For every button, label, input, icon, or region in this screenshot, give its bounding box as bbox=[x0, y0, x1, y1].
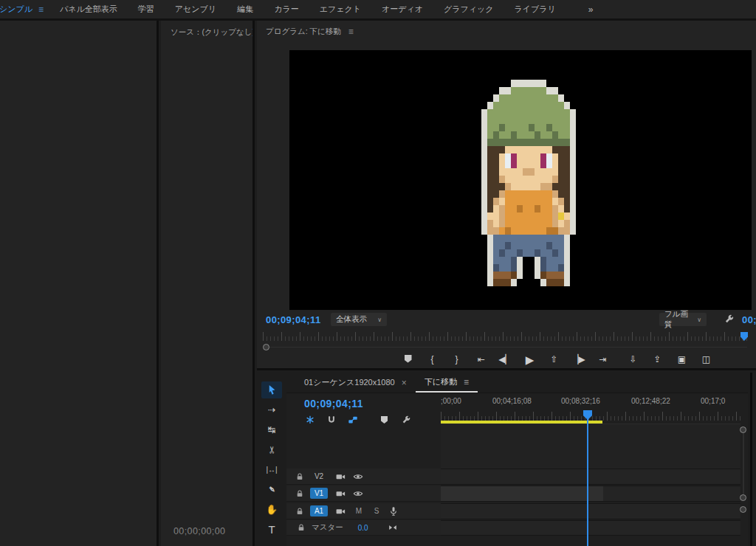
go-to-out-button[interactable]: ⇥ bbox=[596, 355, 610, 364]
workspace-menu-icon[interactable]: ≡ bbox=[37, 4, 49, 15]
master-track-label: マスター bbox=[312, 522, 343, 533]
program-settings-wrench-icon[interactable] bbox=[724, 314, 735, 325]
timeline-tools-column: ⇢ ↹ ✂ |↔| ✒ ✋ T bbox=[257, 373, 286, 546]
extract-button[interactable]: ⇩ bbox=[626, 355, 640, 364]
solo-button[interactable]: S bbox=[372, 507, 381, 515]
hand-tool[interactable]: ✋ bbox=[261, 501, 282, 518]
sequence-tab-active[interactable]: 下に移動 ≡ bbox=[416, 373, 478, 393]
track-content-a1[interactable] bbox=[441, 503, 740, 519]
lock-icon[interactable] bbox=[297, 523, 306, 532]
workspace-overflow-icon[interactable]: » bbox=[566, 4, 601, 15]
source-monitor-panel: ソース：(クリップなし) 00;00;00;00 bbox=[161, 21, 255, 546]
lock-icon[interactable] bbox=[295, 489, 304, 498]
program-controls-bar: 00;09;04;11 全体表示 ∨ フル画質 ∨ 00;1 bbox=[257, 310, 756, 331]
mic-icon[interactable] bbox=[388, 506, 399, 516]
timeline-ruler-labels: ;00;00 00;04;16;08 00;08;32;16 00;12;48;… bbox=[441, 397, 740, 407]
close-icon[interactable]: × bbox=[402, 378, 407, 388]
workspace-tab-assembly[interactable]: アセンブリ bbox=[165, 4, 227, 15]
workspace-bar: シンプル ≡ パネル全部表示 学習 アセンブリ 編集 カラー エフェクト オーデ… bbox=[0, 0, 756, 21]
workspace-tab-all-panels[interactable]: パネル全部表示 bbox=[49, 4, 128, 15]
play-button[interactable]: ▶ bbox=[523, 354, 537, 365]
go-to-in-button[interactable]: ⇤ bbox=[474, 355, 488, 364]
zoom-handle-left[interactable] bbox=[263, 344, 269, 350]
sync-lock-icon[interactable] bbox=[335, 471, 346, 482]
selection-tool[interactable] bbox=[261, 381, 282, 398]
source-panel-title: ソース：(クリップなし) bbox=[161, 21, 252, 38]
step-forward-button[interactable]: ▕▶ bbox=[571, 355, 585, 364]
pixel-character bbox=[475, 80, 582, 286]
chevron-down-icon: ∨ bbox=[697, 317, 701, 323]
timeline-panel: ⇢ ↹ ✂ |↔| ✒ ✋ T 01シーケンス1920x1080 × 下に移動 … bbox=[257, 373, 748, 546]
track-target-badge-v1[interactable]: V1 bbox=[310, 488, 328, 499]
pen-tool[interactable]: ✒ bbox=[261, 481, 282, 498]
lift-button[interactable]: ⇧ bbox=[547, 355, 561, 364]
workspace-tab-libraries[interactable]: ライブラリ bbox=[504, 4, 566, 15]
track-content-v2[interactable] bbox=[441, 469, 740, 485]
export-frame-button[interactable]: ▣ bbox=[675, 355, 689, 364]
compare-view-button[interactable]: ◫ bbox=[699, 355, 713, 364]
export-button[interactable]: ⇪ bbox=[650, 355, 664, 364]
track-header-v2: V2 bbox=[286, 469, 441, 485]
eye-icon[interactable] bbox=[353, 471, 363, 482]
workspace-tab-effects[interactable]: エフェクト bbox=[309, 4, 371, 15]
playback-quality-select[interactable]: フル画質 ∨ bbox=[659, 313, 707, 326]
razor-tool[interactable]: ✂ bbox=[261, 441, 282, 458]
slip-tool[interactable]: |↔| bbox=[261, 461, 282, 478]
track-select-forward-tool[interactable]: ⇢ bbox=[261, 401, 282, 418]
project-panel bbox=[0, 21, 159, 546]
ripple-edit-tool[interactable]: ↹ bbox=[261, 421, 282, 438]
program-video-frame bbox=[289, 50, 752, 310]
track-header-a1: A1 M S bbox=[286, 503, 441, 519]
workspace-tab-learning[interactable]: 学習 bbox=[128, 4, 165, 15]
source-timecode[interactable]: 00;00;00;00 bbox=[173, 526, 225, 536]
type-tool[interactable]: T bbox=[261, 521, 282, 538]
workspace-tab-simple[interactable]: シンプル bbox=[0, 4, 37, 15]
track-header-empty-zone bbox=[286, 424, 441, 469]
timeline-vertical-scrollbar[interactable] bbox=[739, 424, 748, 546]
mark-in-button[interactable]: { bbox=[425, 355, 439, 364]
timeline-playhead-line bbox=[587, 410, 588, 546]
add-marker-icon[interactable] bbox=[379, 416, 390, 424]
right-edge-panel bbox=[750, 373, 756, 546]
mute-button[interactable]: M bbox=[354, 507, 363, 515]
cursor-icon bbox=[267, 384, 278, 395]
track-content-master[interactable] bbox=[441, 520, 740, 536]
v1-clip[interactable] bbox=[441, 486, 603, 501]
track-target-badge-a1[interactable]: A1 bbox=[310, 505, 328, 516]
track-header-master: マスター 0.0 bbox=[286, 520, 441, 536]
scroll-handle[interactable] bbox=[740, 494, 746, 501]
add-marker-button[interactable] bbox=[401, 355, 415, 364]
lock-icon[interactable] bbox=[295, 507, 304, 516]
program-panel-menu-icon[interactable]: ≡ bbox=[348, 27, 354, 37]
sync-lock-icon[interactable] bbox=[335, 506, 346, 516]
program-scrubber-ruler[interactable] bbox=[263, 332, 750, 342]
panel-menu-icon[interactable]: ≡ bbox=[464, 377, 469, 387]
eye-icon[interactable] bbox=[353, 488, 363, 499]
program-panel-title[interactable]: プログラム: 下に移動 bbox=[266, 27, 341, 37]
sequence-tab-01[interactable]: 01シーケンス1920x1080 × bbox=[295, 373, 416, 393]
sync-lock-icon[interactable] bbox=[335, 488, 346, 499]
step-back-button[interactable]: ◀▏ bbox=[498, 355, 512, 364]
transport-controls: { } ⇤ ◀▏ ▶ ⇧ ▕▶ ⇥ ⇩ ⇪ ▣ ◫ bbox=[401, 350, 713, 369]
workspace-tab-graphics[interactable]: グラフィック bbox=[433, 4, 504, 15]
timeline-timecode[interactable]: 00;09;04;11 bbox=[304, 398, 363, 410]
workspace-tab-audio[interactable]: オーディオ bbox=[371, 4, 433, 15]
program-panel-header: プログラム: 下に移動 ≡ bbox=[266, 27, 354, 37]
workspace-tab-color[interactable]: カラー bbox=[264, 4, 309, 15]
track-content-empty-zone bbox=[441, 424, 740, 469]
track-target-badge-v2[interactable]: V2 bbox=[310, 471, 328, 482]
program-duration-timecode[interactable]: 00;1 bbox=[742, 314, 756, 325]
lock-icon[interactable] bbox=[295, 472, 304, 481]
mark-out-button[interactable]: } bbox=[450, 355, 464, 364]
premiere-pro-app: { "workspace_bar": { "active_tab": "シンプル… bbox=[0, 0, 756, 546]
chevron-down-icon: ∨ bbox=[377, 317, 382, 323]
scroll-handle[interactable] bbox=[740, 426, 746, 433]
scroll-handle[interactable] bbox=[740, 506, 746, 513]
timeline-tab-bar: 01シーケンス1920x1080 × 下に移動 ≡ bbox=[286, 373, 748, 393]
bowtie-pan-icon[interactable] bbox=[388, 522, 398, 533]
program-timecode[interactable]: 00;09;04;11 bbox=[266, 314, 321, 325]
scrubber-major-ticks bbox=[263, 332, 750, 341]
master-volume-value[interactable]: 0.0 bbox=[358, 524, 368, 532]
workspace-tab-editing[interactable]: 編集 bbox=[227, 4, 264, 15]
zoom-level-select[interactable]: 全体表示 ∨ bbox=[331, 313, 387, 326]
